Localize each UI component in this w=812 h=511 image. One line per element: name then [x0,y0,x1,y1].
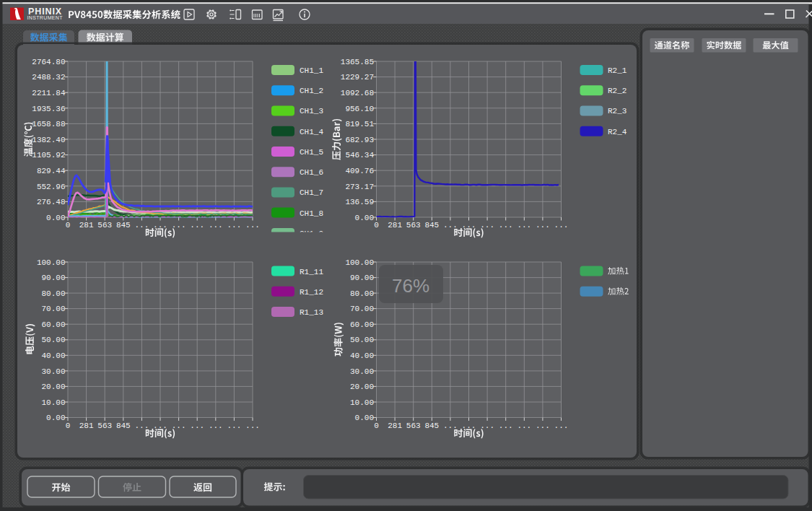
svg-text:10.00: 10.00 [41,398,65,407]
svg-text:281: 281 [388,422,402,430]
svg-text:40.00: 40.00 [350,351,374,360]
svg-text:...: ... [245,221,260,230]
svg-text:0.00: 0.00 [355,214,374,222]
svg-text:0: 0 [66,221,71,230]
svg-text:1365.85: 1365.85 [341,58,374,66]
svg-text:...: ... [209,221,223,230]
svg-text:R2_4: R2_4 [608,128,627,136]
svg-text:R1_12: R1_12 [300,288,323,297]
svg-text:CH1_4: CH1_4 [300,128,323,136]
svg-text:...: ... [209,422,223,430]
svg-text:1092.68: 1092.68 [341,89,374,97]
svg-text:845: 845 [116,422,131,430]
svg-text:2211.84: 2211.84 [32,89,66,97]
svg-text:...: ... [190,422,204,430]
svg-text:281: 281 [388,221,402,230]
svg-text:...: ... [190,221,204,230]
svg-text:563: 563 [406,221,421,230]
svg-text:552.96: 552.96 [37,183,66,191]
svg-text:...: ... [480,221,494,230]
svg-text:273.17: 273.17 [345,183,374,191]
svg-text:...: ... [554,221,569,230]
svg-text:845: 845 [424,221,439,230]
svg-text:90.00: 90.00 [41,274,65,282]
svg-text:R1_13: R1_13 [300,308,323,317]
svg-text:60.00: 60.00 [350,320,374,329]
svg-text:INSTRUMENT: INSTRUMENT [27,15,64,20]
svg-text:...: ... [462,422,476,430]
svg-text:0.00: 0.00 [46,214,65,222]
svg-text:...: ... [134,422,149,430]
svg-text:CH1_2: CH1_2 [300,87,323,95]
svg-text:1105.92: 1105.92 [32,151,65,160]
svg-text:...: ... [227,221,241,230]
svg-text:563: 563 [406,422,421,430]
svg-text:CH1_6: CH1_6 [300,168,323,177]
svg-text:90.00: 90.00 [350,274,374,282]
svg-text:0.00: 0.00 [355,414,374,422]
svg-text:0: 0 [66,422,71,430]
svg-text:R2_3: R2_3 [608,107,627,115]
svg-text:R2_2: R2_2 [608,87,627,95]
svg-text:30.00: 30.00 [41,367,65,376]
svg-text:...: ... [153,221,167,230]
svg-text:100.00: 100.00 [345,258,374,267]
svg-text:563: 563 [97,422,112,430]
svg-text:829.44: 829.44 [37,167,66,175]
svg-text:100.00: 100.00 [37,258,66,267]
svg-text:845: 845 [424,422,439,430]
svg-text:1935.36: 1935.36 [32,105,65,113]
svg-text:...: ... [536,221,550,230]
svg-text:80.00: 80.00 [350,289,374,298]
svg-text:CH1_8: CH1_8 [300,209,323,218]
svg-text:...: ... [536,422,550,430]
svg-text:845: 845 [116,221,131,230]
svg-text:0: 0 [374,422,379,430]
svg-text:R1_11: R1_11 [300,268,323,276]
svg-text:136.59: 136.59 [345,198,374,206]
svg-text:...: ... [462,221,476,230]
svg-text:...: ... [245,422,260,430]
svg-text:50.00: 50.00 [41,336,65,344]
svg-text:...: ... [227,422,241,430]
svg-text:80.00: 80.00 [41,289,65,298]
svg-text:1229.27: 1229.27 [341,73,374,82]
svg-text:CH1_7: CH1_7 [300,188,323,197]
svg-text:1382.40: 1382.40 [32,136,65,144]
svg-text:...: ... [517,221,531,230]
svg-text:281: 281 [79,422,94,430]
svg-text:30.00: 30.00 [350,367,374,376]
svg-text:956.10: 956.10 [345,105,374,113]
svg-text:0: 0 [374,221,379,230]
svg-text:40.00: 40.00 [41,351,65,360]
svg-text:...: ... [134,221,149,230]
svg-text:...: ... [443,422,458,430]
svg-text:682.93: 682.93 [345,136,374,144]
svg-text:546.34: 546.34 [345,151,374,160]
svg-text:...: ... [554,422,569,430]
svg-text:76%: 76% [392,275,429,297]
svg-text:70.00: 70.00 [41,305,65,313]
svg-text:819.51: 819.51 [345,120,374,128]
svg-text:...: ... [517,422,531,430]
svg-text:409.76: 409.76 [345,167,374,175]
svg-text:...: ... [480,422,494,430]
svg-text:2764.80: 2764.80 [32,58,65,66]
svg-text:CH1_5: CH1_5 [300,148,323,157]
svg-text:...: ... [172,422,186,430]
svg-text:563: 563 [97,221,112,230]
svg-text:...: ... [153,422,167,430]
svg-text:70.00: 70.00 [350,305,374,313]
svg-text:60.00: 60.00 [41,320,65,329]
svg-text:1658.88: 1658.88 [32,120,65,128]
svg-text:281: 281 [79,221,94,230]
svg-text:...: ... [172,221,186,230]
svg-text:276.48: 276.48 [37,198,66,206]
svg-text:20.00: 20.00 [41,383,65,391]
svg-text:...: ... [499,221,513,230]
svg-text:R2_1: R2_1 [608,66,627,75]
svg-text:10.00: 10.00 [350,398,374,407]
svg-text:CH1_1: CH1_1 [300,66,323,75]
svg-text:50.00: 50.00 [350,336,374,344]
svg-text:2488.32: 2488.32 [32,73,65,82]
